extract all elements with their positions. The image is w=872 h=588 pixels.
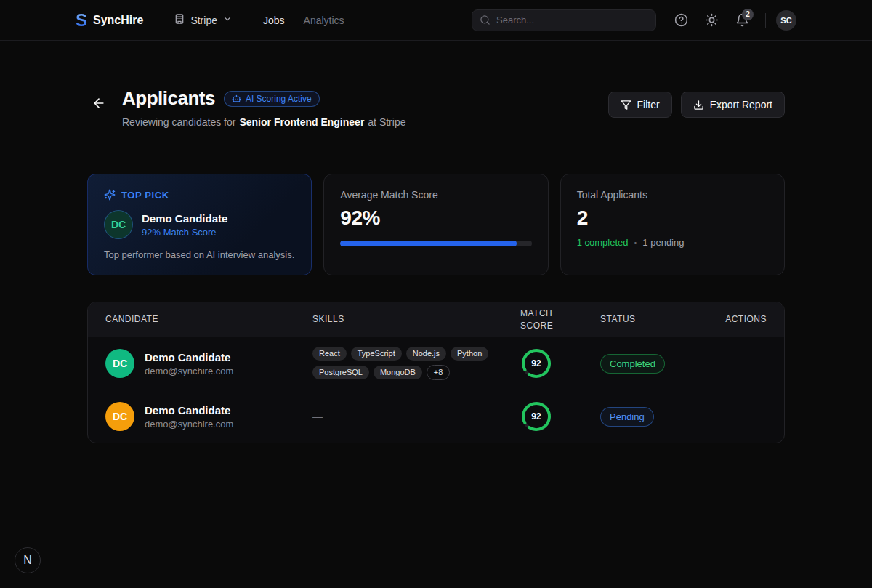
table-row[interactable]: DC Demo Candidate demo@synchire.com — 92 [88, 390, 784, 443]
notifications-button[interactable]: 2 [729, 7, 755, 33]
ai-scoring-badge: AI Scoring Active [224, 91, 320, 107]
building-icon [174, 13, 185, 27]
skills-list: React TypeScript Node.js Python PostgreS… [312, 347, 510, 380]
candidate-avatar: DC [105, 402, 134, 431]
export-button-label: Export Report [710, 99, 772, 110]
export-report-button[interactable]: Export Report [681, 92, 785, 118]
filter-button[interactable]: Filter [608, 92, 672, 118]
top-pick-description: Top performer based on AI interview anal… [104, 249, 295, 260]
download-icon [693, 100, 704, 110]
skill-chip: MongoDB [374, 366, 422, 379]
skill-chip: React [312, 347, 347, 361]
table-header: Candidate Skills Match Score Status Acti… [88, 302, 784, 337]
skill-chip: PostgreSQL [312, 366, 369, 379]
page-title: Applicants [122, 87, 215, 110]
arrow-left-icon [92, 96, 106, 110]
column-header-match-score: Match Score [510, 307, 554, 331]
nav-link-jobs[interactable]: Jobs [263, 15, 285, 26]
top-pick-avatar: DC [104, 210, 133, 239]
candidate-email: demo@synchire.com [145, 366, 233, 376]
candidate-email: demo@synchire.com [145, 419, 233, 430]
match-score-ring: 92 [520, 347, 552, 379]
average-match-card: Average Match Score 92% [323, 174, 548, 275]
top-nav: S SyncHire Stripe Jobs Analytics [0, 0, 872, 41]
total-applicants-card: Total Applicants 2 1 completed • 1 pendi… [560, 174, 785, 275]
search-box[interactable] [472, 9, 656, 31]
bot-icon [232, 94, 241, 103]
column-header-skills: Skills [312, 313, 510, 325]
candidate-name: Demo Candidate [145, 404, 233, 416]
page-header: Applicants AI Scoring Active Reviewing c… [87, 87, 785, 128]
subtitle-suffix: at Stripe [368, 116, 405, 128]
chevron-down-icon [222, 14, 233, 26]
candidate-name: Demo Candidate [145, 351, 233, 363]
help-icon [674, 13, 688, 27]
skills-list: — [312, 411, 510, 422]
average-match-value: 92% [340, 206, 531, 230]
pending-count: 1 pending [642, 237, 684, 248]
applicants-table: Candidate Skills Match Score Status Acti… [87, 302, 785, 443]
filter-button-label: Filter [637, 99, 660, 110]
synchire-logo-icon: S [76, 12, 87, 29]
ai-scoring-badge-label: AI Scoring Active [246, 94, 312, 104]
top-pick-name: Demo Candidate [142, 212, 227, 225]
stat-cards: TOP PICK DC Demo Candidate 92% Match Sco… [87, 174, 785, 275]
top-pick-card: TOP PICK DC Demo Candidate 92% Match Sco… [87, 174, 312, 275]
top-pick-label: TOP PICK [121, 190, 169, 201]
match-progress-fill [340, 241, 516, 246]
candidate-avatar: DC [105, 349, 134, 378]
subtitle-job-title: Senior Frontend Engineer [239, 116, 364, 128]
skill-chip: Node.js [406, 347, 446, 361]
nextjs-dev-indicator[interactable]: N [15, 547, 41, 573]
sparkles-icon [104, 189, 116, 201]
total-applicants-label: Total Applicants [577, 189, 768, 201]
company-selector[interactable]: Stripe [174, 13, 233, 27]
top-pick-score: 92% Match Score [142, 227, 227, 238]
total-applicants-value: 2 [577, 206, 768, 230]
user-avatar[interactable]: SC [776, 10, 796, 31]
back-button[interactable] [87, 92, 110, 115]
match-progress-track [340, 241, 531, 246]
match-score-value: 92 [520, 347, 552, 379]
dot-separator: • [634, 238, 637, 247]
brand-name: SyncHire [93, 14, 143, 27]
completed-count: 1 completed [577, 237, 629, 248]
sun-icon [705, 13, 719, 27]
match-score-value: 92 [520, 400, 552, 432]
column-header-actions: Actions [719, 313, 767, 325]
column-header-candidate: Candidate [105, 313, 312, 325]
nav-links: Jobs Analytics [263, 15, 344, 26]
skills-empty-placeholder: — [312, 411, 323, 422]
search-icon [480, 15, 490, 25]
subtitle-prefix: Reviewing candidates for [122, 116, 235, 128]
company-name: Stripe [190, 15, 217, 26]
brand[interactable]: S SyncHire [76, 12, 143, 29]
status-badge: Pending [600, 407, 654, 427]
nav-link-analytics[interactable]: Analytics [304, 15, 344, 26]
page-subtitle: Reviewing candidates for Senior Frontend… [122, 116, 405, 128]
status-badge: Completed [600, 354, 665, 374]
match-score-ring: 92 [520, 400, 552, 432]
filter-icon [621, 100, 631, 110]
search-input[interactable] [496, 15, 648, 25]
main-content: Applicants AI Scoring Active Reviewing c… [87, 41, 785, 443]
nav-divider [765, 13, 766, 28]
help-button[interactable] [668, 7, 694, 33]
table-row[interactable]: DC Demo Candidate demo@synchire.com Reac… [88, 337, 784, 390]
skills-more-chip: +8 [427, 365, 451, 380]
column-header-status: Status [589, 313, 719, 325]
header-divider [87, 150, 785, 150]
skill-chip: TypeScript [351, 347, 402, 361]
notification-count-badge: 2 [742, 9, 754, 20]
theme-toggle-button[interactable] [698, 7, 724, 33]
skill-chip: Python [451, 347, 488, 361]
average-match-label: Average Match Score [340, 189, 531, 201]
